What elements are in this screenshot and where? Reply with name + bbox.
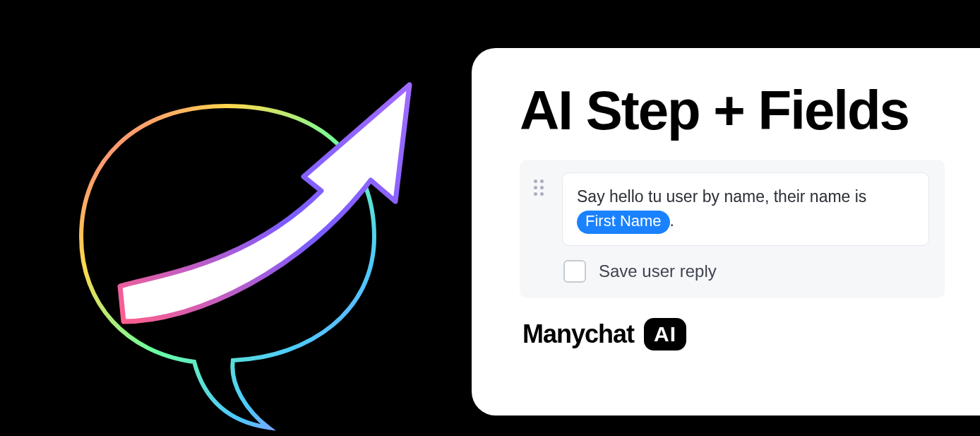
drag-handle-icon[interactable] (534, 172, 549, 196)
brand-logo-text: Manychat (522, 319, 634, 349)
speech-bubble-graphic (42, 42, 438, 436)
prompt-text-prefix: Say hello tu user by name, their name is (577, 187, 866, 206)
card-title: AI Step + Fields (520, 82, 945, 140)
feature-card: AI Step + Fields Say hello tu user by na… (472, 48, 980, 416)
save-reply-label: Save user reply (599, 261, 717, 281)
prompt-input[interactable]: Say hello tu user by name, their name is… (562, 172, 929, 246)
brand-row: Manychat AI (520, 318, 945, 350)
field-chip-first-name[interactable]: First Name (577, 211, 670, 234)
prompt-text-suffix: . (670, 211, 674, 230)
ai-step-panel: Say hello tu user by name, their name is… (520, 160, 945, 298)
ai-badge: AI (644, 318, 686, 350)
save-reply-checkbox[interactable] (563, 260, 586, 283)
promo-graphic: AI Step + Fields Say hello tu user by na… (0, 0, 980, 436)
